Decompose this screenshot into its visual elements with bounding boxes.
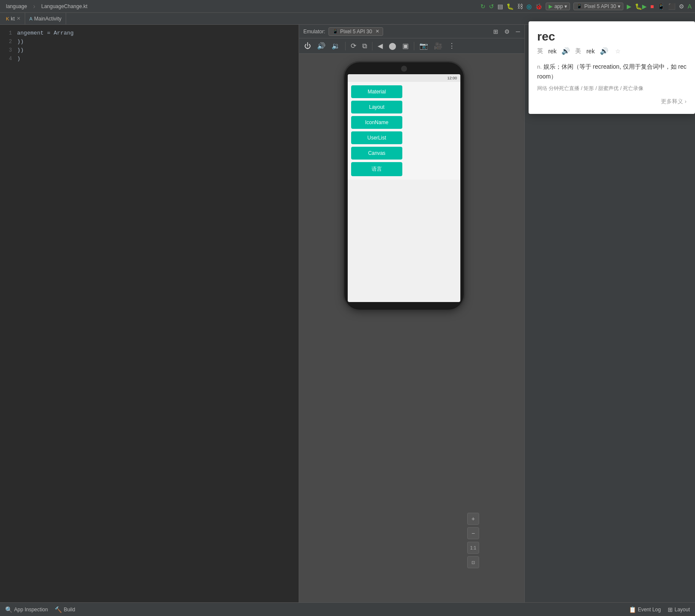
back-btn[interactable]: ◀ — [376, 41, 384, 51]
minimize-icon[interactable]: ─ — [516, 28, 520, 35]
screenshot-btn[interactable]: 📷 — [418, 41, 430, 51]
sync2-icon[interactable]: ↺ — [489, 3, 494, 10]
emulator-title-label: Emulator: — [303, 29, 325, 35]
tab-kt[interactable]: K kt ✕ — [2, 13, 25, 24]
dictionary-popup: rec 英 rek 🔊 美 rek 🔊 ☆ n. 娱乐；休闲（等于 recrea… — [529, 21, 695, 114]
canvas-button[interactable]: Canvas — [351, 147, 402, 160]
layout-item[interactable]: ⊞ Layout — [668, 606, 690, 613]
debug-run-icon[interactable]: 🐛▶ — [635, 3, 647, 10]
build-item[interactable]: 🔨 Build — [55, 606, 75, 613]
device-config-selector[interactable]: 📱 Pixel 5 API 30 ▾ — [573, 3, 623, 10]
code-line-3: 3 )) — [0, 46, 299, 55]
dict-definition: n. 娱乐；休闲（等于 recreation, 仅用于复合词中，如 rec ro… — [537, 62, 686, 81]
emulator-device-tab[interactable]: 📱 Pixel 5 API 30 ✕ — [329, 27, 383, 36]
phone-icon[interactable]: 📱 — [657, 3, 665, 10]
settings-icon[interactable]: ⚙ — [504, 28, 510, 35]
iconname-button[interactable]: IconName — [351, 116, 402, 129]
app-inspection-item[interactable]: 🔍 App Inspection — [5, 606, 48, 613]
translate-icon[interactable]: A — [688, 3, 692, 10]
event-log-icon: 📋 — [629, 606, 636, 613]
fold-btn[interactable]: ⧉ — [361, 41, 369, 51]
tab-mainactivity[interactable]: A MainActivity — [25, 13, 66, 24]
zoom-reset-btn[interactable]: 1:1 — [467, 542, 479, 554]
emulator-controls: ⏻ 🔊 🔉 ⟳ ⧉ ◀ ⬤ ▣ 📷 🎥 ⋮ — [299, 38, 524, 54]
zoom-out-btn[interactable]: − — [467, 527, 479, 539]
main-content: 1 angement = Arrang 2 )) 3 )) 4 ) Emulat… — [0, 25, 695, 602]
layout-button[interactable]: Layout — [351, 101, 402, 113]
dict-lang-us: 美 — [575, 47, 581, 55]
phone-device: 12:00 Material Layout IconName UserList … — [344, 62, 464, 310]
settings2-icon[interactable]: ⚙ — [679, 3, 684, 10]
phone-status-bar: 12:00 — [348, 74, 460, 82]
right-panel: rec 英 rek 🔊 美 rek 🔊 ☆ n. 娱乐；休闲（等于 recrea… — [525, 25, 695, 602]
profiler-icon[interactable]: ◎ — [526, 3, 532, 10]
dict-speaker-us[interactable]: 🔊 — [600, 47, 608, 55]
event-log-item[interactable]: 📋 Event Log — [629, 606, 661, 613]
expand-icon[interactable]: ⊞ — [493, 28, 498, 35]
dict-star-icon[interactable]: ☆ — [615, 48, 621, 55]
dict-network: 网络 分钟死亡直播 / 矩形 / 甜蜜声优 / 死亡录像 — [537, 84, 686, 93]
recent-btn[interactable]: ▣ — [401, 41, 410, 51]
volume-up-btn[interactable]: 🔊 — [315, 41, 327, 51]
material-button[interactable]: Material — [351, 85, 402, 98]
phone-notch — [401, 66, 407, 72]
breadcrumb-language[interactable]: language — [3, 3, 29, 10]
deploy-icon[interactable]: ▤ — [497, 3, 503, 10]
more-btn[interactable]: ⋮ — [447, 41, 457, 51]
userlist-button[interactable]: UserList — [351, 131, 402, 144]
dict-phonetic-us: rek — [586, 48, 594, 55]
fit-screen-btn[interactable]: ⊡ — [467, 556, 479, 568]
rotate-btn[interactable]: ⟳ — [349, 41, 358, 51]
attach-icon[interactable]: ⛓ — [517, 3, 523, 10]
volume-down-btn[interactable]: 🔉 — [330, 41, 342, 51]
emulator-panel: Emulator: 📱 Pixel 5 API 30 ✕ ⊞ ⚙ ─ ⏻ 🔊 🔉… — [299, 25, 525, 602]
home-btn[interactable]: ⬤ — [387, 41, 398, 51]
dict-speaker-en[interactable]: 🔊 — [561, 47, 570, 55]
inspection-icon: 🔍 — [5, 606, 12, 613]
dict-word: rec — [537, 30, 686, 44]
emulator-header: Emulator: 📱 Pixel 5 API 30 ✕ ⊞ ⚙ ─ — [299, 25, 524, 38]
close-kt-tab[interactable]: ✕ — [17, 16, 20, 21]
bug-icon[interactable]: 🐛 — [506, 3, 514, 10]
bottom-bar: 🔍 App Inspection 🔨 Build 📋 Event Log ⊞ L… — [0, 602, 695, 616]
layout-icon: ⊞ — [668, 606, 673, 613]
breadcrumb-file[interactable]: LanguageChange.kt — [39, 3, 90, 10]
run-icon[interactable]: ▶ — [627, 3, 631, 10]
language-button[interactable]: 语言 — [351, 162, 402, 176]
power-btn[interactable]: ⏻ — [302, 41, 313, 51]
dict-lang-en: 英 — [537, 47, 543, 55]
close-emulator-tab-icon[interactable]: ✕ — [375, 29, 379, 34]
debug2-icon[interactable]: 🐞 — [535, 3, 542, 10]
dict-pronunciations: 英 rek 🔊 美 rek 🔊 ☆ — [537, 47, 686, 55]
phone-screen: 12:00 Material Layout IconName UserList … — [348, 74, 460, 302]
camera-btn[interactable]: 🎥 — [432, 41, 444, 51]
code-editor[interactable]: 1 angement = Arrang 2 )) 3 )) 4 ) — [0, 25, 299, 602]
run-config-selector[interactable]: ▶ app ▾ — [546, 3, 570, 10]
dict-more-link[interactable]: 更多释义 › — [537, 98, 686, 105]
dict-phonetic-en: rek — [548, 48, 556, 55]
zoom-in-btn[interactable]: + — [467, 513, 479, 525]
phone-content: Material Layout IconName UserList Canvas… — [348, 82, 460, 180]
code-line-1: 1 angement = Arrang — [0, 29, 299, 38]
sync-icon[interactable]: ↻ — [480, 3, 486, 10]
phone-container: 12:00 Material Layout IconName UserList … — [299, 54, 524, 602]
stop-icon[interactable]: ■ — [650, 3, 654, 10]
code-line-2: 2 )) — [0, 38, 299, 46]
top-toolbar: language › LanguageChange.kt ↻ ↺ ▤ 🐛 ⛓ ◎… — [0, 0, 695, 13]
mirror-icon[interactable]: ⬛ — [668, 3, 675, 10]
code-line-4: 4 ) — [0, 55, 299, 63]
build-icon: 🔨 — [55, 606, 62, 613]
